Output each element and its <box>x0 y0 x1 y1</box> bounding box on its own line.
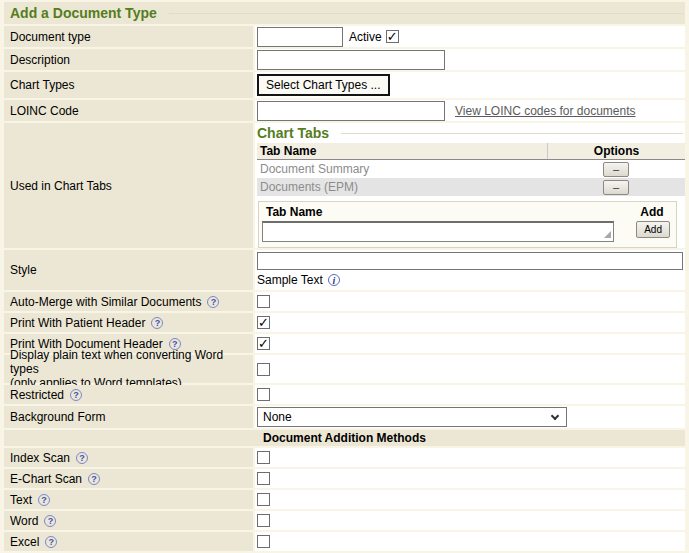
background-form-selected-option: None <box>263 410 292 424</box>
display-plain-text-label-cell: Display plain text when converting Word … <box>4 355 253 383</box>
add-button-cell: Add <box>636 221 670 238</box>
add-document-type-form: Add a Document Type Document type Active… <box>0 0 689 553</box>
print-document-header-content: ✓ <box>255 334 685 353</box>
row-document-type: Document type Active ✓ <box>4 26 685 47</box>
help-icon[interactable]: ? <box>38 494 50 506</box>
text-method-label-cell: Text ? <box>4 490 253 509</box>
restricted-label-cell: Restricted ? <box>4 385 253 404</box>
info-icon[interactable]: i <box>328 274 340 286</box>
title-rule <box>169 13 683 14</box>
row-echart-scan: E-Chart Scan ? <box>4 469 685 488</box>
page-title-row: Add a Document Type <box>4 2 685 24</box>
row-auto-merge: Auto-Merge with Similar Documents ? <box>4 292 685 311</box>
document-type-input[interactable] <box>257 27 343 47</box>
auto-merge-label-cell: Auto-Merge with Similar Documents ? <box>4 292 253 311</box>
display-plain-text-checkbox[interactable] <box>257 363 270 376</box>
add-column-header: Add <box>631 205 673 219</box>
help-icon[interactable]: ? <box>151 317 163 329</box>
index-scan-label: Index Scan <box>10 451 70 465</box>
remove-tab-button[interactable]: – <box>603 180 629 195</box>
row-print-patient-header: Print With Patient Header ? ✓ <box>4 313 685 332</box>
text-method-content <box>255 490 685 509</box>
select-chart-types-button[interactable]: Select Chart Types ... <box>257 74 390 96</box>
style-content: Sample Text i <box>255 250 685 290</box>
excel-method-label: Excel <box>10 535 39 549</box>
row-used-in-chart-tabs: Used in Chart Tabs Chart Tabs Tab Name O… <box>4 123 685 248</box>
word-method-content <box>255 511 685 530</box>
help-icon[interactable]: ? <box>207 296 219 308</box>
document-type-content: Active ✓ <box>255 26 685 47</box>
chart-tabs-section-title: Chart Tabs <box>257 125 329 141</box>
page-title: Add a Document Type <box>10 5 157 21</box>
add-tab-input-row: Add <box>262 221 673 242</box>
add-tab-name-header: Tab Name <box>262 205 631 219</box>
chart-tabs-table-header: Tab Name Options <box>257 143 685 160</box>
row-style: Style Sample Text i <box>4 250 685 290</box>
new-tab-name-input[interactable] <box>262 221 614 242</box>
text-method-checkbox[interactable] <box>257 493 270 506</box>
remove-tab-button[interactable]: – <box>603 162 629 177</box>
background-form-select[interactable]: None <box>257 407 567 427</box>
used-in-chart-tabs-label: Used in Chart Tabs <box>4 123 253 248</box>
row-text-method: Text ? <box>4 490 685 509</box>
style-input[interactable] <box>257 252 683 270</box>
word-method-label-cell: Word ? <box>4 511 253 530</box>
echart-scan-label-cell: E-Chart Scan ? <box>4 469 253 488</box>
excel-method-checkbox[interactable] <box>257 535 270 548</box>
index-scan-checkbox[interactable] <box>257 451 270 464</box>
row-description: Description <box>4 49 685 70</box>
chart-types-content: Select Chart Types ... <box>255 72 685 98</box>
echart-scan-label: E-Chart Scan <box>10 472 82 486</box>
row-index-scan: Index Scan ? <box>4 448 685 467</box>
chart-tabs-rule <box>341 133 683 134</box>
chart-tab-options: – <box>547 180 685 195</box>
print-document-header-checkbox[interactable]: ✓ <box>257 337 270 350</box>
loinc-code-input[interactable] <box>257 101 445 121</box>
row-restricted: Restricted ? <box>4 385 685 404</box>
restricted-content <box>255 385 685 404</box>
help-icon[interactable]: ? <box>44 515 56 527</box>
display-plain-text-line1: Display plain text when converting Word … <box>10 348 223 376</box>
help-icon[interactable]: ? <box>76 452 88 464</box>
document-addition-methods-header: Document Addition Methods <box>4 430 685 446</box>
row-background-form: Background Form None <box>4 406 685 428</box>
chart-tabs-content: Chart Tabs Tab Name Options Document Sum… <box>255 123 685 248</box>
excel-method-content <box>255 532 685 551</box>
echart-scan-content <box>255 469 685 488</box>
excel-method-label-cell: Excel ? <box>4 532 253 551</box>
word-method-label: Word <box>10 514 38 528</box>
index-scan-label-cell: Index Scan ? <box>4 448 253 467</box>
view-loinc-codes-link[interactable]: View LOINC codes for documents <box>455 104 636 118</box>
row-loinc-code: LOINC Code View LOINC codes for document… <box>4 100 685 121</box>
display-plain-text-label: Display plain text when converting Word … <box>10 348 253 390</box>
description-input[interactable] <box>257 50 445 70</box>
add-tab-box: Tab Name Add Add <box>258 201 677 248</box>
print-patient-header-checkbox[interactable]: ✓ <box>257 316 270 329</box>
background-form-content: None <box>255 406 685 428</box>
help-icon[interactable]: ? <box>88 473 100 485</box>
help-icon[interactable]: ? <box>70 389 82 401</box>
loinc-code-label: LOINC Code <box>4 100 253 121</box>
active-label: Active <box>349 30 382 44</box>
add-tab-header-row: Tab Name Add <box>262 204 673 220</box>
word-method-checkbox[interactable] <box>257 514 270 527</box>
chevron-down-icon <box>551 411 559 419</box>
row-display-plain-text: Display plain text when converting Word … <box>4 355 685 383</box>
style-label: Style <box>4 250 253 290</box>
new-tab-name-wrap <box>262 221 614 242</box>
print-patient-header-content: ✓ <box>255 313 685 332</box>
chart-tabs-heading-row: Chart Tabs <box>257 124 685 142</box>
restricted-checkbox[interactable] <box>257 388 270 401</box>
index-scan-content <box>255 448 685 467</box>
background-form-label: Background Form <box>4 406 253 428</box>
active-checkbox[interactable]: ✓ <box>386 30 399 43</box>
chart-tabs-table: Tab Name Options Document Summary – Docu… <box>257 143 685 196</box>
chart-tab-row: Document Summary – <box>257 160 685 178</box>
add-tab-button[interactable]: Add <box>636 221 670 238</box>
help-icon[interactable]: ? <box>45 536 57 548</box>
auto-merge-checkbox[interactable] <box>257 295 270 308</box>
chart-tab-name: Document Summary <box>257 162 547 176</box>
echart-scan-checkbox[interactable] <box>257 472 270 485</box>
tab-name-column-header: Tab Name <box>257 144 547 158</box>
auto-merge-content <box>255 292 685 311</box>
